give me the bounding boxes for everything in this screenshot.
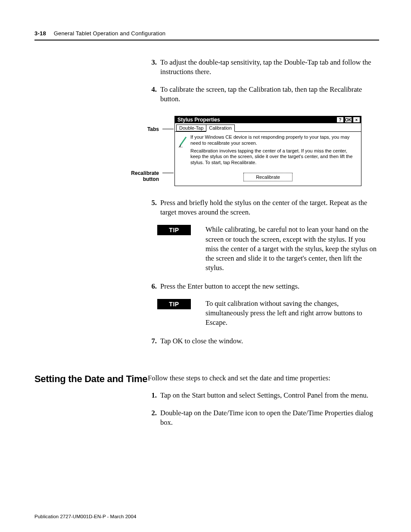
tip-badge-1: TIP xyxy=(157,225,191,235)
callout-tabs: Tabs xyxy=(147,126,159,132)
tab-calibration[interactable]: Calibration xyxy=(206,124,235,132)
section-heading: Setting the Date and Time xyxy=(34,373,148,435)
tab-double-tap[interactable]: Double-Tap xyxy=(176,124,206,131)
steps-list-6: Press the Enter button to accept the new… xyxy=(148,282,379,291)
window-title: Stylus Properties xyxy=(177,117,220,123)
step-5: Press and briefly hold the stylus on the… xyxy=(159,198,379,218)
steps-list-5: Press and briefly hold the stylus on the… xyxy=(148,198,379,218)
tip-text-1: While calibrating, be careful not to lea… xyxy=(206,225,379,273)
close-button[interactable]: × xyxy=(353,117,360,123)
tip-2: TIP To quit calibration without saving t… xyxy=(157,299,379,328)
svg-line-0 xyxy=(180,137,186,146)
window-paragraph-2: Recalibration involves tapping the cente… xyxy=(190,148,358,166)
footer-publication: Publication 2727-UM001D-EN-P - March 200… xyxy=(34,514,136,519)
window-body-text: If your Windows CE device is not respond… xyxy=(190,134,358,168)
dt-step-1: Tap on the Start button and select Setti… xyxy=(159,391,379,400)
tip-badge-2: TIP xyxy=(157,299,191,309)
stylus-properties-window: Stylus Properties ? OK × Double-Tap Cali… xyxy=(174,116,361,186)
steps-list-upper: To adjust the double-tap sensitivity, ta… xyxy=(148,58,379,104)
section-setting-date-time: Setting the Date and Time Follow these s… xyxy=(34,373,379,435)
step-3: To adjust the double-tap sensitivity, ta… xyxy=(159,58,379,77)
main-content: To adjust the double-tap sensitivity, ta… xyxy=(34,58,379,354)
running-header: 3-18 General Tablet Operation and Config… xyxy=(34,29,379,40)
section-intro: Follow these steps to check and set the … xyxy=(148,373,379,383)
steps-list-datetime: Tap on the Start button and select Setti… xyxy=(148,391,379,427)
window-titlebar: Stylus Properties ? OK × xyxy=(175,116,361,123)
callout-recalibrate: Recalibratebutton xyxy=(131,170,159,183)
dt-step-2: Double-tap on the Date/Time icon to open… xyxy=(159,408,379,428)
chapter-title: General Tablet Operation and Configurati… xyxy=(54,30,166,37)
help-button[interactable]: ? xyxy=(336,117,344,123)
step-7: Tap OK to close the window. xyxy=(159,336,379,346)
tip-text-2: To quit calibration without saving the c… xyxy=(206,299,379,328)
stylus-properties-figure: Tabs Recalibratebutton Stylus Properties… xyxy=(120,116,379,186)
ok-button[interactable]: OK xyxy=(345,117,352,123)
page-number: 3-18 xyxy=(34,30,46,37)
stylus-icon xyxy=(178,134,190,168)
page: 3-18 General Tablet Operation and Config… xyxy=(0,0,411,532)
header-text: 3-18 General Tablet Operation and Config… xyxy=(34,30,165,37)
step-4: To calibrate the screen, tap the Calibra… xyxy=(159,85,379,104)
step-6: Press the Enter button to accept the new… xyxy=(159,282,379,291)
steps-list-7: Tap OK to close the window. xyxy=(148,336,379,346)
tip-1: TIP While calibrating, be careful not to… xyxy=(157,225,379,273)
window-tabs: Double-Tap Calibration xyxy=(175,123,361,132)
window-paragraph-1: If your Windows CE device is not respond… xyxy=(190,134,358,146)
recalibrate-button[interactable]: Recalibrate xyxy=(243,173,293,181)
